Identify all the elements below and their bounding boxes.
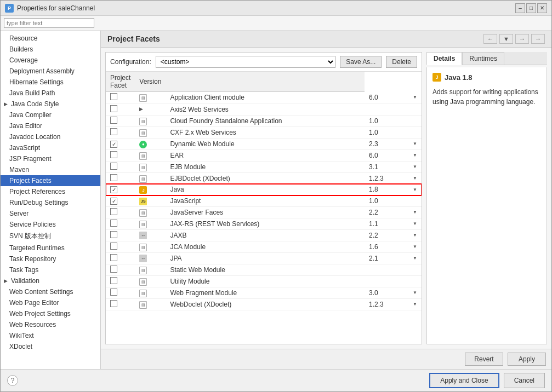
facet-dropdown-arrow (408, 275, 422, 287)
facet-checkbox[interactable] (110, 105, 117, 112)
sidebar-item-validation[interactable]: ▶Validation (1, 275, 100, 286)
nav-back-button[interactable]: ← (483, 34, 497, 44)
facet-dropdown-arrow[interactable]: ▼ (408, 229, 422, 241)
window-icon: P (5, 4, 14, 13)
facet-checkbox[interactable] (110, 141, 117, 148)
sidebar-item-project-references[interactable]: Project References (1, 186, 100, 197)
nav-dropdown-button[interactable]: ▼ (499, 34, 513, 44)
facet-checkbox[interactable] (110, 93, 117, 100)
sidebar-item-project-facets[interactable]: Project Facets (1, 175, 100, 186)
facet-checkbox[interactable] (110, 198, 117, 205)
sidebar-item-web-page-editor[interactable]: Web Page Editor (1, 297, 100, 308)
facet-dropdown-arrow[interactable]: ▼ (408, 92, 422, 103)
sidebar-item-task-repository[interactable]: Task Repository (1, 253, 100, 264)
facet-dropdown-arrow (408, 116, 422, 127)
facet-dropdown-arrow[interactable]: ▼ (408, 287, 422, 298)
sidebar-item-java-code-style[interactable]: ▶Java Code Style (1, 99, 100, 109)
facet-checkbox[interactable] (110, 254, 117, 261)
facet-dropdown-arrow[interactable]: ▼ (408, 241, 422, 252)
facet-checkbox-cell (106, 139, 135, 150)
facet-checkbox[interactable] (110, 208, 117, 215)
minimize-button[interactable]: – (515, 3, 525, 13)
sidebar-item-java-build-path[interactable]: Java Build Path (1, 88, 100, 99)
facet-version: 1.0 (365, 195, 408, 207)
sidebar-item-task-tags[interactable]: Task Tags (1, 264, 100, 275)
facet-dropdown-arrow[interactable]: ▼ (408, 184, 422, 195)
facet-checkbox[interactable] (110, 151, 117, 158)
sidebar-item-coverage[interactable]: Coverage (1, 55, 100, 66)
sidebar-item-java-editor[interactable]: Java Editor (1, 120, 100, 131)
delete-button[interactable]: Delete (386, 56, 417, 68)
facet-checkbox[interactable] (110, 277, 117, 284)
facet-name: JAXB (166, 229, 365, 241)
revert-button[interactable]: Revert (465, 353, 503, 366)
help-button[interactable]: ? (7, 375, 18, 386)
facet-name: CXF 2.x Web Services (166, 127, 365, 139)
facet-version: 2.2 (365, 206, 408, 218)
facet-version: 2.3 (365, 139, 408, 150)
sidebar-item-svn[interactable]: SVN 版本控制 (1, 230, 100, 243)
facet-checkbox[interactable] (110, 117, 117, 124)
sidebar-item-javascript[interactable]: JavaScript (1, 142, 100, 153)
facet-checkbox-cell (106, 206, 135, 218)
facet-dropdown-arrow[interactable]: ▼ (408, 139, 422, 150)
sidebar-item-jsp-fragment[interactable]: JSP Fragment (1, 153, 100, 164)
sidebar-item-maven[interactable]: Maven (1, 164, 100, 175)
facet-checkbox-cell (106, 275, 135, 287)
facet-dropdown-arrow[interactable]: ▼ (408, 298, 422, 310)
facet-checkbox[interactable] (110, 174, 117, 181)
sidebar-item-wikitext[interactable]: WikiText (1, 330, 100, 341)
facet-name: Java (166, 184, 365, 195)
sidebar-item-hibernate[interactable]: Hibernate Settings (1, 77, 100, 88)
facets-section: Configuration: <custom> Save As... Delet… (105, 52, 422, 344)
filter-input[interactable] (4, 18, 94, 28)
facet-dropdown-arrow[interactable]: ▼ (408, 252, 422, 264)
cancel-button[interactable]: Cancel (504, 373, 545, 388)
sidebar-item-server[interactable]: Server (1, 208, 100, 219)
maximize-button[interactable]: □ (526, 3, 536, 13)
sidebar-item-java-compiler[interactable]: Java Compiler (1, 109, 100, 120)
nav-forward-button[interactable]: → (515, 34, 529, 44)
facet-dropdown-arrow[interactable]: ▼ (408, 172, 422, 184)
facet-dropdown-arrow[interactable]: ▼ (408, 218, 422, 229)
apply-button[interactable]: Apply (508, 353, 546, 366)
facet-checkbox[interactable] (110, 231, 117, 238)
table-row: JSJavaScript1.0 (106, 195, 422, 207)
sidebar-item-resource[interactable]: Resource (1, 33, 100, 44)
facet-dropdown-arrow[interactable]: ▼ (408, 149, 422, 161)
facet-checkbox[interactable] (110, 266, 117, 273)
sidebar-item-service-policies[interactable]: Service Policies (1, 219, 100, 230)
facet-checkbox[interactable] (110, 186, 117, 193)
close-button[interactable]: ✕ (537, 3, 547, 13)
tab-runtimes[interactable]: Runtimes (462, 52, 504, 65)
facet-type-icon: ▶ (139, 106, 147, 114)
sidebar-item-web-project-settings[interactable]: Web Project Settings (1, 308, 100, 319)
sidebar-item-web-resources[interactable]: Web Resources (1, 319, 100, 330)
sidebar-item-targeted-runtimes[interactable]: Targeted Runtimes (1, 243, 100, 253)
facet-checkbox[interactable] (110, 243, 117, 250)
facet-name: EJBDoclet (XDoclet) (166, 172, 365, 184)
footer-bar: ? Apply and Close Cancel (1, 369, 551, 391)
apply-and-close-button[interactable]: Apply and Close (429, 373, 499, 388)
facet-name: Static Web Module (166, 264, 365, 275)
sidebar-item-deployment[interactable]: Deployment Assembly (1, 66, 100, 77)
facet-checkbox[interactable] (110, 128, 117, 135)
sidebar-item-xdoclet[interactable]: XDoclet (1, 341, 100, 352)
facet-dropdown-arrow[interactable]: ▼ (408, 161, 422, 172)
config-select[interactable]: <custom> (156, 56, 336, 68)
facet-checkbox[interactable] (110, 220, 117, 227)
sidebar-item-run-debug[interactable]: Run/Debug Settings (1, 197, 100, 208)
sidebar-item-builders[interactable]: Builders (1, 44, 100, 55)
tab-details[interactable]: Details (426, 52, 462, 65)
facet-dropdown-arrow[interactable]: ▼ (408, 206, 422, 218)
facet-version: 3.0 (365, 287, 408, 298)
facet-checkbox[interactable] (110, 300, 117, 307)
save-as-button[interactable]: Save As... (340, 56, 382, 68)
facet-version (365, 103, 408, 116)
facet-checkbox[interactable] (110, 163, 117, 170)
sidebar-item-javadoc[interactable]: Javadoc Location (1, 131, 100, 142)
facet-checkbox-cell (106, 92, 135, 103)
nav-forward2-button[interactable]: → (531, 34, 545, 44)
facet-checkbox[interactable] (110, 289, 117, 296)
sidebar-item-web-content-settings[interactable]: Web Content Settings (1, 286, 100, 297)
